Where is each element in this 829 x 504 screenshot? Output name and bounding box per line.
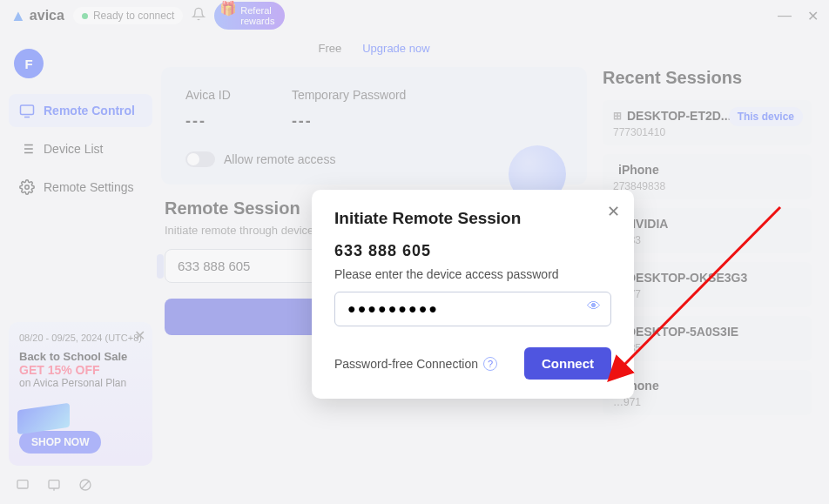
- modal-title: Initiate Remote Session: [334, 209, 611, 228]
- modal-close-icon[interactable]: ✕: [607, 202, 620, 221]
- help-icon[interactable]: ?: [483, 357, 497, 371]
- modal-device-id: 633 888 605: [334, 242, 611, 260]
- initiate-session-modal: ✕ Initiate Remote Session 633 888 605 Pl…: [312, 190, 634, 399]
- show-password-icon[interactable]: 👁: [587, 299, 601, 314]
- password-free-label[interactable]: Password-free Connection: [334, 357, 478, 371]
- access-password-input[interactable]: [334, 292, 611, 326]
- connect-button[interactable]: Connect: [524, 347, 611, 380]
- modal-message: Please enter the device access password: [334, 267, 611, 281]
